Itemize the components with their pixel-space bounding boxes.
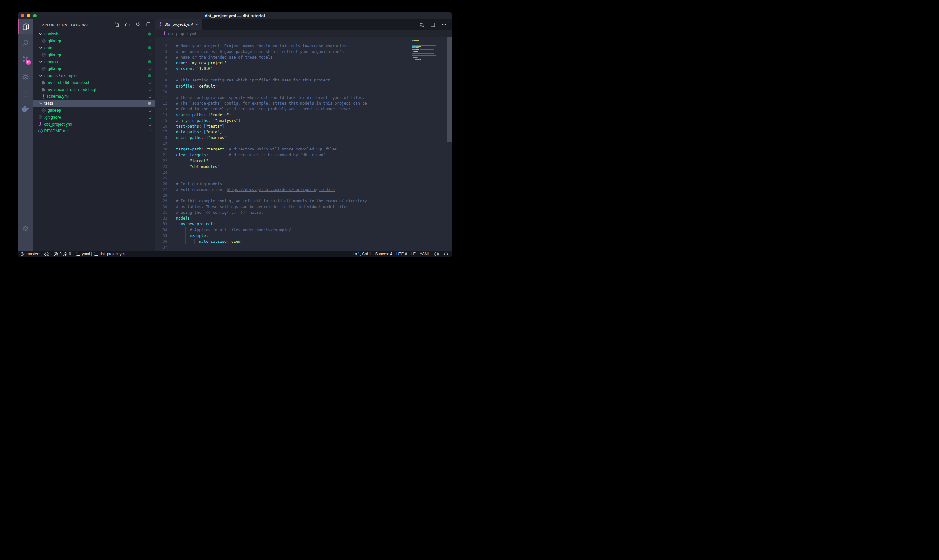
tree-file--gitignore[interactable]: .gitignoreU: [33, 114, 155, 121]
code-line-content: version: '1.0.0': [176, 66, 213, 72]
git-branch-status[interactable]: master*: [21, 252, 40, 257]
collapse-all-button[interactable]: [145, 22, 151, 27]
breadcrumbs[interactable]: dbt_project.yml: [155, 30, 452, 37]
yaml-file-icon: [163, 31, 166, 37]
line-number: 6: [155, 66, 168, 72]
title-bar[interactable]: dbt_project.yml — dbt-tutorial: [18, 12, 452, 19]
new-folder-button[interactable]: [125, 22, 130, 27]
code-line-content: # Configuring models: [176, 181, 222, 187]
tab-dbt-project-yml[interactable]: dbt_project.yml ×: [155, 19, 202, 30]
tab-label: dbt_project.yml: [165, 22, 192, 27]
activity-bar-item-search[interactable]: [18, 35, 33, 51]
tree-file--gitkeep[interactable]: .gitkeepU: [33, 37, 155, 45]
activity-bar-item-explorer[interactable]: [18, 19, 33, 34]
tree-item-label: dbt_project.yml: [44, 122, 72, 127]
activity-bar-item-debug[interactable]: [18, 69, 33, 84]
code-line-content: analysis-paths: ["analysis"]: [176, 118, 240, 123]
tree-folder-data[interactable]: data: [33, 45, 155, 52]
chevron-down-icon: [39, 60, 43, 64]
status-bar-right: Ln 1, Col 1 Spaces: 4 UTF-8 LF YAML: [353, 251, 451, 257]
line-number: 31: [155, 210, 168, 215]
language-mode[interactable]: YAML: [420, 252, 430, 256]
more-actions-button[interactable]: [441, 22, 447, 28]
tree-item-label: tests: [44, 101, 53, 106]
chevron-down-icon: [39, 32, 43, 36]
activity-bar-item-extensions[interactable]: [18, 85, 33, 100]
tree-item-label: analysis: [44, 31, 59, 36]
code-line-7: 7: [155, 72, 452, 77]
feedback-smiley-icon[interactable]: [434, 251, 439, 257]
tree-file--gitkeep[interactable]: .gitkeepU: [33, 51, 155, 58]
workbench: 11 EXPLORER: DBT-TUTORIAL analysis.gitke…: [18, 19, 452, 251]
code-editor[interactable]: 12# Name your project! Project names sho…: [155, 37, 452, 251]
git-untracked-badge: U: [149, 115, 151, 120]
activity-bar-item-settings[interactable]: [18, 221, 33, 236]
code-line-22: 22 - "target": [155, 158, 452, 164]
line-number: 26: [155, 181, 168, 187]
tree-folder-analysis[interactable]: analysis: [33, 31, 155, 37]
tree-file-my-first-dbt-model-sql[interactable]: my_first_dbt_model.sqlU: [33, 79, 155, 86]
yaml-file-icon: [159, 21, 162, 28]
tree-item-label: macros: [44, 60, 58, 64]
code-line-content: models:: [176, 215, 192, 221]
sidebar-title: EXPLORER: DBT-TUTORIAL: [40, 19, 89, 31]
activity-bar-item-source-control[interactable]: 11: [18, 51, 33, 66]
tree-file-my-second-dbt-model-sql[interactable]: my_second_dbt_model.sqlU: [33, 86, 155, 93]
errors-icon: [54, 252, 58, 257]
tree-folder-models-example[interactable]: models / example: [33, 72, 155, 79]
code-line-23: 23 - "dbt_modules": [155, 164, 452, 169]
code-line-content: my_new_project:: [176, 221, 215, 227]
code-line-content: # and underscores. A good package name s…: [176, 49, 344, 54]
chevron-down-icon: [39, 74, 43, 78]
code-line-10: 10: [155, 89, 452, 95]
tree-folder-macros[interactable]: macros: [33, 58, 155, 65]
new-file-button[interactable]: [115, 22, 120, 27]
git-contains-changes-dot: [148, 102, 151, 105]
line-number: 16: [155, 123, 168, 129]
activity-bar-item-docker[interactable]: [18, 102, 33, 117]
line-number: 17: [155, 129, 168, 135]
tree-file-schema-yml[interactable]: schema.ymlU: [33, 93, 155, 100]
code-line-34: 34 # Applies to all files under models/e…: [155, 227, 452, 233]
explorer-sidebar: EXPLORER: DBT-TUTORIAL analysis.gitkeepU…: [33, 19, 155, 251]
line-number: 7: [155, 72, 168, 77]
code-line-25: 25: [155, 175, 452, 181]
code-line-content: source-paths: ["models"]: [176, 112, 231, 118]
scm-changes-badge: 11: [25, 60, 31, 65]
tree-file--gitkeep[interactable]: .gitkeepU: [33, 107, 155, 114]
tree-file-readme-md[interactable]: README.mdU: [33, 128, 155, 135]
tree-file-dbt-project-yml[interactable]: dbt_project.ymlU: [33, 121, 155, 128]
code-line-6: 6version: '1.0.0': [155, 66, 452, 72]
code-line-33: 33 my_new_project:: [155, 221, 452, 227]
git-untracked-badge: U: [149, 122, 151, 127]
tree-item-label: .gitkeep: [47, 66, 62, 71]
refresh-button[interactable]: [135, 22, 140, 27]
git-contains-changes-dot: [148, 46, 151, 49]
line-number: 25: [155, 175, 168, 181]
line-number: 5: [155, 60, 168, 66]
split-editor-button[interactable]: [430, 22, 436, 28]
indentation-setting[interactable]: Spaces: 4: [375, 252, 392, 256]
code-line-5: 5name: 'my_new_project': [155, 60, 452, 66]
editor-scrollbar[interactable]: [447, 37, 452, 142]
close-tab-icon[interactable]: ×: [195, 22, 198, 27]
eol-setting[interactable]: LF: [411, 252, 416, 256]
git-untracked-badge: U: [149, 66, 151, 71]
code-line-19: 19: [155, 141, 452, 146]
code-line-2: 2# Name your project! Project names shou…: [155, 43, 452, 49]
breadcrumb-item: dbt_project.yml: [168, 31, 196, 36]
git-contains-changes-dot: [148, 32, 151, 35]
tree-file--gitkeep[interactable]: .gitkeepU: [33, 65, 155, 72]
cursor-position[interactable]: Ln 1, Col 1: [353, 252, 371, 256]
extensions-icon: [22, 89, 29, 97]
linter-status[interactable]: yaml | dbt_project.yml: [76, 252, 125, 256]
tree-folder-tests[interactable]: tests: [33, 100, 155, 107]
sync-status[interactable]: [44, 252, 50, 256]
encoding-setting[interactable]: UTF-8: [396, 252, 407, 256]
code-line-content: # The `source-paths` config, for example…: [176, 100, 367, 106]
problems-status[interactable]: 0 0: [54, 252, 71, 257]
code-line-36: 36 materialized: view: [155, 238, 452, 245]
open-changes-button[interactable]: [419, 22, 425, 28]
notifications-bell-icon[interactable]: [443, 251, 448, 257]
line-number: 34: [155, 227, 168, 233]
